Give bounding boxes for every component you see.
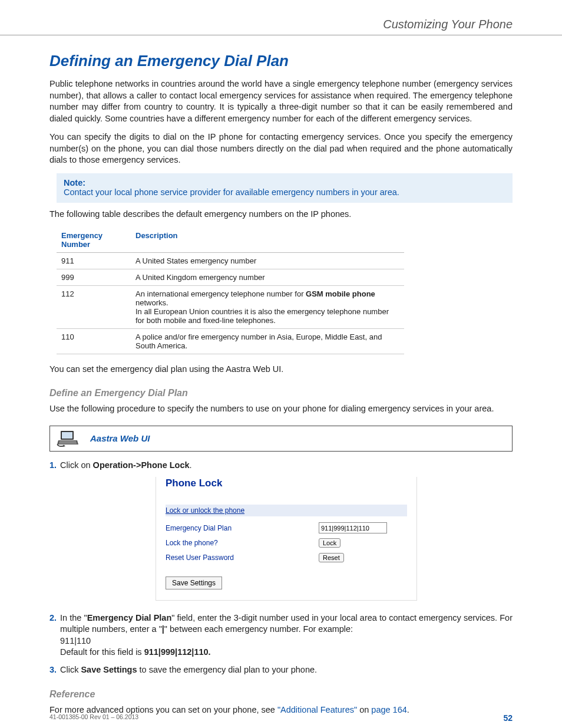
laptop-icon [56,430,80,447]
footer-page-number: 52 [503,713,513,723]
emergency-table: Emergency Number Description 911 A Unite… [57,228,404,354]
col-header-number: Emergency Number [57,228,131,253]
after-table-paragraph: You can set the emergency dial plan usin… [49,364,513,375]
row-lock-phone: Lock the phone? Lock [166,538,407,548]
page-header-title: Customizing Your Phone [49,18,513,31]
emergency-dial-plan-input[interactable] [319,522,387,533]
table-row: 999 A United Kingdom emergency number [57,269,404,285]
define-intro: Use the following procedure to specify t… [49,403,513,415]
footer-revision: 41-001385-00 Rev 01 – 06.2013 [49,713,138,723]
note-text: Contact your local phone service provide… [64,187,505,197]
svg-rect-1 [62,432,72,439]
cell-number: 999 [57,269,131,285]
step-2-example: 911|110 [60,636,91,645]
label-reset-password: Reset User Password [166,553,319,562]
cell-number: 112 [57,285,131,328]
page-footer: 41-001385-00 Rev 01 – 06.2013 52 [49,713,513,723]
cell-desc: A police and/or fire emergency number in… [131,328,404,354]
reset-button[interactable]: Reset [319,553,344,562]
note-title: Note: [64,178,505,187]
cell-number: 911 [57,252,131,269]
lock-button[interactable]: Lock [319,538,340,548]
cell-desc: A United Kingdom emergency number [131,269,404,285]
table-row: 911 A United States emergency number [57,252,404,269]
phone-lock-screenshot: Phone Lock Lock or unlock the phone Emer… [156,477,417,601]
note-box: Note: Contact your local phone service p… [57,173,513,203]
step-3: Click Save Settings to save the emergenc… [49,664,513,676]
label-lock-phone: Lock the phone? [166,538,319,548]
row-emergency-dial-plan: Emergency Dial Plan [166,522,407,533]
label-emergency-dial-plan: Emergency Dial Plan [166,523,319,533]
table-intro: The following table describes the defaul… [49,209,513,220]
intro-paragraph-1: Public telephone networks in countries a… [49,78,513,124]
intro-paragraph-2: You can specify the digits to dial on th… [49,131,513,166]
table-row: 110 A police and/or fire emergency numbe… [57,328,404,354]
screenshot-subhead: Lock or unlock the phone [166,505,407,516]
cell-desc: A United States emergency number [131,252,404,269]
cell-number: 110 [57,328,131,354]
reference-heading: Reference [49,689,513,700]
define-heading: Define an Emergency Dial Plan [49,388,513,398]
webui-bar: Aastra Web UI [49,426,513,452]
svg-marker-3 [59,441,77,444]
col-header-description: Description [131,228,404,253]
section-heading: Defining an Emergency Dial Plan [49,52,513,70]
step-2: In the "Emergency Dial Plan" field, ente… [49,612,513,658]
steps-list: Click on Operation->Phone Lock. Phone Lo… [49,460,513,676]
step-1: Click on Operation->Phone Lock. Phone Lo… [49,460,513,601]
webui-label: Aastra Web UI [90,433,150,443]
cell-desc: An international emergency telephone num… [131,285,404,328]
header-rule [0,35,562,35]
save-settings-button[interactable]: Save Settings [166,577,222,589]
screenshot-title: Phone Lock [166,477,407,490]
row-reset-password: Reset User Password Reset [166,553,407,562]
table-row: 112 An international emergency telephone… [57,285,404,328]
